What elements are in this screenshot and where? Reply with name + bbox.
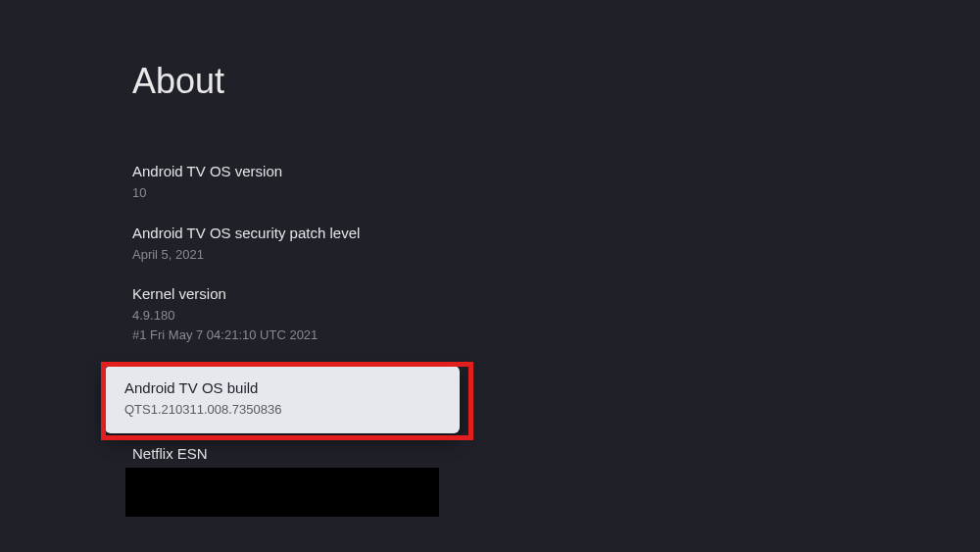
setting-value: QTS1.210311.008.7350836	[124, 400, 440, 420]
page-title: About	[132, 61, 980, 102]
selected-highlight-wrapper: Android TV OS build QTS1.210311.008.7350…	[105, 366, 980, 433]
setting-os-build[interactable]: Android TV OS build QTS1.210311.008.7350…	[105, 366, 460, 433]
setting-label: Android TV OS build	[124, 379, 440, 396]
setting-value: April 5, 2021	[132, 245, 980, 265]
setting-label: Android TV OS security patch level	[132, 225, 980, 241]
setting-netflix-esn-label: Netflix ESN	[132, 445, 980, 462]
netflix-esn-redacted	[125, 468, 439, 517]
setting-security-patch[interactable]: Android TV OS security patch level April…	[132, 225, 980, 265]
setting-label: Kernel version	[132, 285, 980, 302]
setting-kernel-version[interactable]: Kernel version 4.9.180 #1 Fri May 7 04:2…	[132, 285, 980, 344]
setting-label: Android TV OS version	[132, 163, 980, 179]
setting-value: 4.9.180 #1 Fri May 7 04:21:10 UTC 2021	[132, 306, 980, 344]
setting-value: 10	[132, 183, 980, 203]
setting-os-version[interactable]: Android TV OS version 10	[132, 163, 980, 203]
about-settings-panel: About Android TV OS version 10 Android T…	[0, 0, 980, 517]
